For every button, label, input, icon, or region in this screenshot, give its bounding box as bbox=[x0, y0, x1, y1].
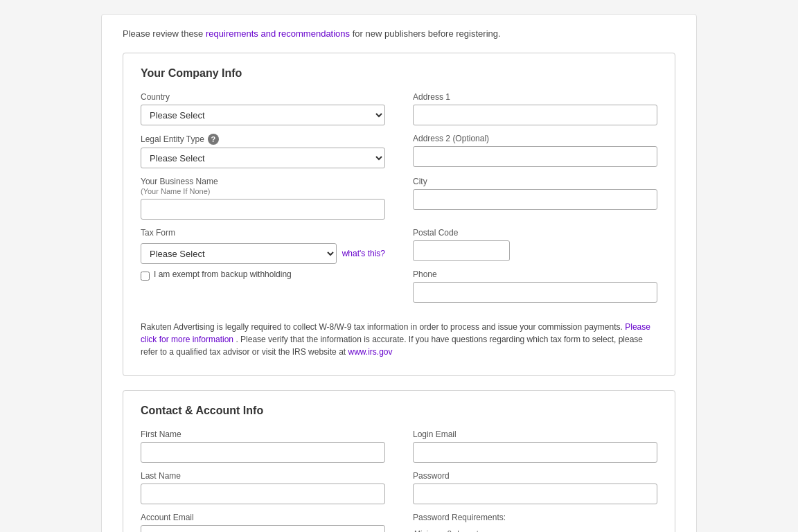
first-name-input[interactable] bbox=[141, 442, 385, 463]
postal-code-label: Postal Code bbox=[413, 228, 657, 238]
first-name-group: First Name bbox=[141, 429, 385, 463]
city-group: City bbox=[413, 177, 657, 220]
account-email-input[interactable] bbox=[141, 525, 385, 532]
account-email-group: Account Email bbox=[141, 513, 385, 532]
tax-form-label: Tax Form bbox=[141, 228, 385, 238]
phone-label: Phone bbox=[413, 269, 657, 279]
login-email-label: Login Email bbox=[413, 429, 657, 439]
password-label: Password bbox=[413, 471, 657, 481]
irs-link[interactable]: www.irs.gov bbox=[348, 347, 392, 357]
tax-form-group: Tax Form Please Select what's this? I am… bbox=[141, 228, 385, 303]
address1-group: Address 1 bbox=[413, 92, 657, 125]
exempt-row: I am exempt from backup withholding bbox=[141, 269, 385, 282]
password-input[interactable] bbox=[413, 484, 657, 504]
postal-code-group: Postal Code bbox=[413, 228, 657, 261]
password-req-label: Password Requirements: bbox=[413, 513, 657, 522]
login-email-input[interactable] bbox=[413, 442, 657, 463]
legal-entity-group: Legal Entity Type ? Please Select bbox=[141, 134, 385, 168]
country-group: Country Please Select bbox=[141, 92, 385, 125]
legal-entity-info-icon[interactable]: ? bbox=[208, 134, 219, 145]
address2-input[interactable] bbox=[413, 146, 657, 167]
tax-notice: Rakuten Advertising is legally required … bbox=[141, 321, 657, 358]
legal-entity-select[interactable]: Please Select bbox=[141, 148, 385, 168]
contact-section-title: Contact & Account Info bbox=[141, 405, 657, 417]
address2-group: Address 2 (Optional) bbox=[413, 134, 657, 168]
phone-group: Phone bbox=[413, 269, 657, 303]
exempt-label: I am exempt from backup withholding bbox=[154, 269, 292, 279]
password-req-1: Minimum 8 characters bbox=[413, 528, 657, 532]
password-group: Password bbox=[413, 471, 657, 504]
last-name-group: Last Name bbox=[141, 471, 385, 504]
password-req-group: Password Requirements: Minimum 8 charact… bbox=[413, 513, 657, 532]
password-requirements: Minimum 8 characters A number An upperca… bbox=[413, 528, 657, 532]
postal-phone-col: Postal Code Phone bbox=[413, 228, 657, 311]
legal-entity-label: Legal Entity Type ? bbox=[141, 134, 385, 145]
intro-text: Please review these requirements and rec… bbox=[123, 28, 675, 39]
exempt-checkbox[interactable] bbox=[141, 272, 150, 281]
last-name-label: Last Name bbox=[141, 471, 385, 481]
phone-input[interactable] bbox=[413, 282, 657, 303]
city-label: City bbox=[413, 177, 657, 186]
account-email-label: Account Email bbox=[141, 513, 385, 522]
contact-section: Contact & Account Info First Name Login … bbox=[123, 390, 675, 532]
company-form-grid: Country Please Select Address 1 Legal En… bbox=[141, 92, 657, 311]
postal-code-input[interactable] bbox=[413, 240, 510, 261]
address1-label: Address 1 bbox=[413, 92, 657, 102]
city-input[interactable] bbox=[413, 189, 657, 210]
page-wrapper: Please review these requirements and rec… bbox=[101, 14, 697, 532]
first-name-label: First Name bbox=[141, 429, 385, 439]
country-label: Country bbox=[141, 92, 385, 102]
intro-prefix: Please review these bbox=[123, 28, 203, 39]
tax-form-select[interactable]: Please Select bbox=[141, 243, 337, 264]
address1-input[interactable] bbox=[413, 105, 657, 125]
tax-form-row: Please Select what's this? bbox=[141, 243, 385, 264]
address2-label: Address 2 (Optional) bbox=[413, 134, 657, 143]
contact-form-grid: First Name Login Email Last Name Passwor… bbox=[141, 429, 657, 532]
last-name-input[interactable] bbox=[141, 484, 385, 504]
country-select[interactable]: Please Select bbox=[141, 105, 385, 125]
business-name-group: Your Business Name (Your Name If None) bbox=[141, 177, 385, 220]
business-name-label: Your Business Name (Your Name If None) bbox=[141, 177, 385, 196]
requirements-link[interactable]: requirements and recommendations bbox=[206, 28, 350, 39]
login-email-group: Login Email bbox=[413, 429, 657, 463]
intro-suffix: for new publishers before registering. bbox=[353, 28, 501, 39]
business-name-input[interactable] bbox=[141, 199, 385, 220]
company-section-title: Your Company Info bbox=[141, 67, 657, 80]
whats-this-link[interactable]: what's this? bbox=[342, 249, 385, 258]
company-info-section: Your Company Info Country Please Select … bbox=[123, 53, 675, 376]
